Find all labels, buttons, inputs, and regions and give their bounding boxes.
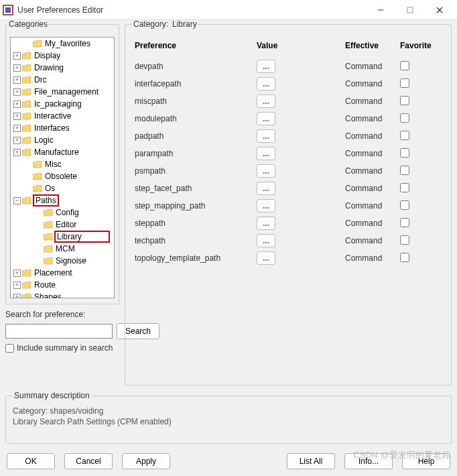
pref-effective: Command: [344, 233, 397, 249]
pref-row: steppath...Command: [133, 215, 443, 231]
tree-item[interactable]: Config: [11, 206, 114, 219]
pref-name: topology_template_path: [135, 253, 220, 263]
preferences-table: Preference Value Effective Favorite devp…: [132, 36, 444, 267]
value-button[interactable]: ...: [257, 199, 275, 213]
expand-toggle[interactable]: +: [13, 101, 21, 108]
info-button[interactable]: Info...: [344, 453, 393, 469]
expand-toggle[interactable]: +: [13, 282, 21, 289]
value-button[interactable]: ...: [257, 164, 275, 178]
tree-item[interactable]: +Logic: [11, 134, 114, 146]
tree-item[interactable]: Signoise: [11, 255, 114, 267]
tree-item[interactable]: +Drc: [11, 74, 114, 86]
expand-toggle[interactable]: +: [13, 294, 21, 299]
value-button[interactable]: ...: [257, 147, 275, 160]
close-button[interactable]: [425, 0, 454, 20]
value-button[interactable]: ...: [257, 251, 275, 265]
tree-item[interactable]: +Shapes: [11, 291, 114, 298]
value-button[interactable]: ...: [257, 234, 275, 247]
favorite-checkbox[interactable]: [400, 253, 409, 262]
expand-toggle[interactable]: +: [13, 52, 21, 60]
tree-item-label: Misc: [45, 160, 62, 169]
search-input[interactable]: [5, 324, 113, 339]
favorite-checkbox[interactable]: [400, 166, 409, 175]
tree-item[interactable]: MCM: [11, 243, 114, 255]
favorite-checkbox[interactable]: [400, 148, 409, 158]
window-title: User Preferences Editor: [17, 5, 366, 15]
value-button[interactable]: ...: [257, 60, 275, 73]
tree-item[interactable]: +File_management: [11, 86, 114, 98]
tree-item[interactable]: +Route: [11, 279, 114, 291]
tree-item[interactable]: My_favorites: [11, 38, 114, 50]
pref-row: psmpath...Command: [133, 163, 443, 179]
favorite-checkbox[interactable]: [400, 235, 409, 245]
favorite-checkbox[interactable]: [400, 96, 409, 105]
pref-name: psmpath: [135, 166, 166, 176]
favorite-checkbox[interactable]: [400, 218, 409, 227]
tree-item[interactable]: −Paths: [11, 194, 114, 206]
col-effective: Effective: [344, 37, 397, 57]
expand-toggle[interactable]: +: [13, 137, 21, 144]
pref-name: miscpath: [135, 97, 167, 106]
expand-spacer: [24, 40, 31, 48]
value-button[interactable]: ...: [257, 129, 275, 143]
expand-spacer: [35, 245, 42, 253]
tree-item[interactable]: +Interfaces: [11, 122, 114, 134]
include-summary-checkbox[interactable]: [5, 344, 14, 353]
favorite-checkbox[interactable]: [400, 131, 409, 140]
summary-legend: Summary description: [13, 391, 91, 400]
pref-row: devpath...Command: [133, 58, 443, 74]
tree-item[interactable]: Misc: [11, 158, 114, 170]
apply-button[interactable]: Apply: [122, 453, 170, 469]
value-button[interactable]: ...: [257, 217, 275, 230]
expand-spacer: [35, 233, 42, 241]
category-header: Category: Library: [132, 20, 197, 29]
tree-item[interactable]: +Manufacture: [11, 146, 114, 158]
expand-toggle[interactable]: +: [13, 88, 21, 96]
pref-name: modulepath: [135, 114, 177, 123]
include-summary-row[interactable]: Include summary in search: [5, 343, 119, 353]
tree-item[interactable]: +Interactive: [11, 110, 114, 122]
pref-row: step_facet_path...Command: [133, 180, 443, 196]
ok-button[interactable]: OK: [7, 453, 55, 469]
favorite-checkbox[interactable]: [400, 113, 409, 123]
pref-effective: Command: [344, 198, 397, 214]
favorite-checkbox[interactable]: [400, 200, 409, 210]
tree-item[interactable]: +Ic_packaging: [11, 98, 114, 110]
tree-item[interactable]: +Display: [11, 50, 114, 62]
pref-effective: Command: [344, 163, 397, 179]
tree-item-label: Logic: [34, 135, 54, 145]
category-tree[interactable]: My_favorites+Display+Drawing+Drc+File_ma…: [10, 37, 115, 298]
cancel-button[interactable]: Cancel: [64, 453, 113, 469]
value-button[interactable]: ...: [257, 77, 275, 91]
expand-toggle[interactable]: +: [13, 64, 21, 72]
favorite-checkbox[interactable]: [400, 78, 409, 88]
listall-button[interactable]: List All: [287, 453, 335, 469]
categories-label: Categories: [7, 20, 48, 29]
maximize-button[interactable]: [395, 0, 425, 20]
expand-toggle[interactable]: +: [13, 270, 21, 277]
pref-effective: Command: [344, 128, 397, 144]
help-button[interactable]: Help: [402, 453, 450, 469]
favorite-checkbox[interactable]: [400, 183, 409, 192]
tree-item[interactable]: +Placement: [11, 267, 114, 279]
expand-toggle[interactable]: +: [13, 76, 21, 84]
minimize-button[interactable]: [366, 0, 395, 20]
tree-item[interactable]: Obsolete: [11, 170, 114, 182]
tree-item[interactable]: Library: [11, 231, 114, 243]
pref-effective: Command: [344, 145, 397, 162]
tree-item-label: Interfaces: [34, 123, 70, 133]
include-summary-label: Include summary in search: [17, 343, 113, 353]
expand-toggle[interactable]: +: [13, 125, 21, 132]
tree-item[interactable]: Os: [11, 182, 114, 194]
expand-toggle[interactable]: −: [13, 197, 21, 204]
tree-item[interactable]: Editor: [11, 219, 114, 231]
tree-item[interactable]: +Drawing: [11, 62, 114, 74]
pref-row: topology_template_path...Command: [133, 250, 443, 266]
value-button[interactable]: ...: [257, 112, 275, 125]
value-button[interactable]: ...: [257, 182, 275, 195]
tree-item-label: Placement: [34, 268, 72, 278]
expand-toggle[interactable]: +: [13, 149, 21, 156]
favorite-checkbox[interactable]: [400, 61, 409, 70]
expand-toggle[interactable]: +: [13, 113, 21, 120]
value-button[interactable]: ...: [257, 95, 275, 108]
